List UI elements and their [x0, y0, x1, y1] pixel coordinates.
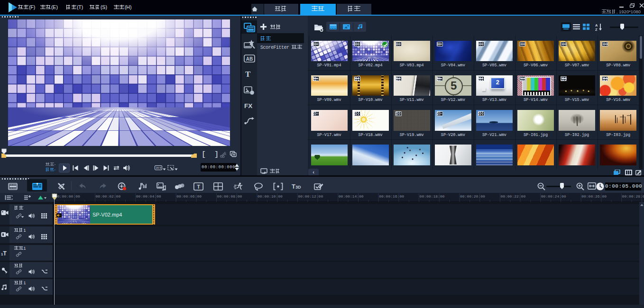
svg-text:00:00:08:00: 00:00:08:00 — [217, 194, 242, 199]
svg-text:00:00:20:00: 00:00:20:00 — [460, 194, 485, 199]
svg-text:00:00:02:00: 00:00:02:00 — [95, 194, 120, 199]
svg-text:00:00:16:00: 00:00:16:00 — [379, 194, 404, 199]
svg-text:00:00:10:00: 00:00:10:00 — [258, 194, 283, 199]
svg-text:00:00:04:00: 00:00:04:00 — [136, 194, 161, 199]
svg-text:Z: Z — [595, 27, 598, 31]
svg-text:00:00:14:00: 00:00:14:00 — [339, 194, 364, 199]
svg-text:00:00:24:00: 00:00:24:00 — [541, 194, 566, 199]
svg-text:00:00:26:00: 00:00:26:00 — [581, 194, 607, 199]
svg-text:00:00:12:00: 00:00:12:00 — [298, 194, 323, 199]
svg-text:AB: AB — [246, 56, 253, 62]
svg-text:00:00:28:00: 00:00:28:00 — [622, 194, 644, 199]
svg-text:00:00:06:00: 00:00:06:00 — [176, 194, 202, 199]
svg-text:00:00:18:00: 00:00:18:00 — [420, 194, 445, 199]
svg-text:00:00:22:00: 00:00:22:00 — [500, 194, 525, 199]
svg-text:T: T — [197, 184, 200, 190]
svg-text:00:00:00:00: 00:00:00:00 — [55, 194, 80, 199]
